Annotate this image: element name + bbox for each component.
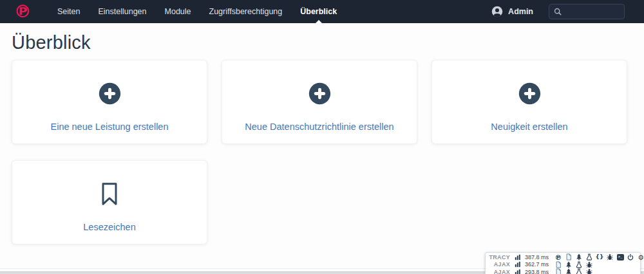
- tracy-debug-bar[interactable]: TRACY 387.8 ms ℗: [485, 252, 641, 274]
- document-panel-icon[interactable]: [555, 261, 562, 268]
- plus-icon: [98, 82, 122, 105]
- bar-chart-icon[interactable]: [515, 268, 522, 274]
- tracy-row-main: TRACY 387.8 ms ℗: [486, 253, 640, 261]
- nav-item-label: Überblick: [300, 7, 337, 16]
- plus-icon: [308, 82, 332, 105]
- page-title: Überblick: [12, 32, 91, 53]
- dashboard-cards: Eine neue Leistung erstellen Neue Datens…: [12, 60, 627, 244]
- search-box[interactable]: [549, 4, 625, 19]
- brand-p-icon: ℗: [14, 3, 32, 21]
- nav-item-einstellungen[interactable]: Einstellungen: [89, 0, 155, 23]
- power-panel-icon[interactable]: [627, 253, 634, 260]
- document-panel-icon[interactable]: [565, 253, 573, 260]
- tracy-row-label: AJAX: [489, 261, 510, 268]
- bug-panel-icon[interactable]: [586, 268, 593, 274]
- main-nav: Seiten Einstellungen Module Zugriffsbere…: [48, 0, 346, 23]
- search-icon: [554, 8, 562, 15]
- user-menu[interactable]: Admin: [491, 6, 533, 17]
- settings-gear-icon[interactable]: ⚙: [638, 253, 644, 260]
- bookmark-icon: [100, 182, 119, 206]
- dumps-panel-icon[interactable]: {}: [596, 253, 603, 260]
- card-label: Lesezeichen: [83, 222, 135, 232]
- flask-panel-icon[interactable]: [576, 268, 583, 274]
- nav-item-label: Module: [165, 7, 191, 16]
- nav-item-ueberblick[interactable]: Überblick: [291, 0, 346, 23]
- tracy-elapsed-time: 387.8 ms: [525, 254, 552, 260]
- bar-chart-icon[interactable]: [515, 253, 522, 260]
- plus-icon: [518, 82, 542, 105]
- terminal-panel-icon[interactable]: >_: [617, 253, 624, 260]
- tracy-row-ajax-2: AJAX 293.8 ms: [486, 268, 640, 274]
- nav-item-label: Einstellungen: [98, 7, 146, 16]
- bar-chart-icon[interactable]: [515, 261, 522, 268]
- nav-item-seiten[interactable]: Seiten: [48, 0, 89, 23]
- active-tab-caret: [316, 20, 322, 23]
- tree-panel-icon[interactable]: [565, 268, 573, 274]
- tracy-row-label: AJAX: [489, 269, 510, 274]
- nav-item-module[interactable]: Module: [156, 0, 200, 23]
- user-avatar-icon: [491, 6, 503, 17]
- card-label: Eine neue Leistung erstellen: [51, 122, 169, 132]
- flask-panel-icon[interactable]: [586, 253, 593, 260]
- bug-panel-icon[interactable]: [607, 253, 614, 260]
- tree-panel-icon[interactable]: [565, 261, 573, 268]
- tracy-elapsed-time: 362.7 ms: [525, 261, 552, 268]
- tracy-row-label: TRACY: [489, 254, 510, 260]
- bug-panel-icon[interactable]: [586, 261, 593, 268]
- card-create-neuigkeit[interactable]: Neuigkeit erstellen: [431, 60, 627, 144]
- search-input[interactable]: [565, 8, 622, 15]
- tree-panel-icon[interactable]: [576, 253, 583, 260]
- card-lesezeichen[interactable]: Lesezeichen: [12, 160, 207, 244]
- document-panel-icon[interactable]: [555, 268, 562, 274]
- card-label: Neuigkeit erstellen: [491, 122, 567, 132]
- card-create-datenschutzrichtlinie[interactable]: Neue Datenschutzrichtlinie erstellen: [222, 60, 417, 144]
- nav-item-label: Zugriffsberechtigung: [209, 7, 283, 16]
- user-name: Admin: [508, 7, 533, 16]
- card-create-leistung[interactable]: Eine neue Leistung erstellen: [12, 60, 207, 144]
- nav-item-zugriffsberechtigung[interactable]: Zugriffsberechtigung: [200, 0, 292, 23]
- cms-panel-icon[interactable]: ℗: [555, 253, 562, 260]
- top-navbar: ℗ Seiten Einstellungen Module Zugriffsbe…: [0, 0, 644, 23]
- nav-item-label: Seiten: [57, 7, 80, 16]
- tracy-elapsed-time: 293.8 ms: [525, 269, 552, 274]
- brand-logo[interactable]: ℗: [14, 3, 32, 21]
- card-label: Neue Datenschutzrichtlinie erstellen: [245, 122, 393, 132]
- tracy-row-ajax-1: AJAX 362.7 ms: [486, 261, 640, 269]
- navbar-right: Admin: [491, 4, 625, 19]
- flask-panel-icon[interactable]: [576, 261, 583, 268]
